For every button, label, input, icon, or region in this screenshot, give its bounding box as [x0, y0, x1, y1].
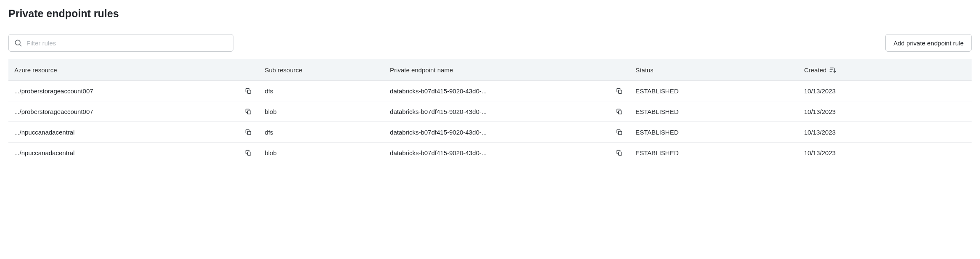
filter-input[interactable]: [26, 40, 228, 47]
svg-rect-6: [618, 90, 622, 93]
table-row: .../proberstorageaccount007 dfs databric…: [8, 81, 972, 101]
copy-pe-name-button[interactable]: [614, 107, 624, 116]
col-header-azure-resource[interactable]: Azure resource: [8, 59, 259, 81]
azure-resource-cell: .../npuccanadacentral: [14, 149, 240, 156]
copy-icon: [616, 108, 623, 115]
copy-pe-name-button[interactable]: [614, 86, 624, 95]
azure-resource-cell: .../npuccanadacentral: [14, 129, 240, 136]
copy-icon: [245, 129, 252, 136]
copy-icon: [245, 149, 252, 156]
svg-rect-7: [247, 111, 251, 114]
rules-table: Azure resource Sub resource Private endp…: [8, 59, 972, 163]
sub-resource-cell: blob: [265, 149, 276, 156]
svg-rect-9: [247, 131, 251, 135]
col-header-sub-resource[interactable]: Sub resource: [259, 59, 384, 81]
created-cell: 10/13/2023: [804, 108, 836, 115]
col-header-created[interactable]: Created: [798, 59, 972, 81]
svg-line-1: [20, 45, 21, 46]
sub-resource-cell: blob: [265, 108, 276, 115]
add-private-endpoint-rule-button[interactable]: Add private endpoint rule: [885, 34, 972, 52]
copy-pe-name-button[interactable]: [614, 127, 624, 137]
sub-resource-cell: dfs: [265, 129, 273, 136]
svg-rect-12: [618, 152, 622, 155]
azure-resource-cell: .../proberstorageaccount007: [14, 87, 240, 95]
search-icon: [14, 39, 22, 47]
copy-azure-resource-button[interactable]: [244, 127, 253, 137]
copy-pe-name-button[interactable]: [614, 148, 624, 157]
sort-descending-icon: [829, 66, 837, 74]
copy-azure-resource-button[interactable]: [244, 86, 253, 95]
copy-azure-resource-button[interactable]: [244, 107, 253, 116]
pe-name-cell: databricks-b07df415-9020-43d0-...: [390, 87, 611, 95]
table-row: .../npuccanadacentral dfs databricks-b07…: [8, 122, 972, 143]
sub-resource-cell: dfs: [265, 87, 273, 95]
pe-name-cell: databricks-b07df415-9020-43d0-...: [390, 149, 611, 156]
copy-azure-resource-button[interactable]: [244, 148, 253, 157]
table-row: .../npuccanadacentral blob databricks-b0…: [8, 143, 972, 163]
filter-container[interactable]: [8, 34, 233, 52]
copy-icon: [616, 149, 623, 156]
pe-name-cell: databricks-b07df415-9020-43d0-...: [390, 108, 611, 115]
table-header-row: Azure resource Sub resource Private endp…: [8, 59, 972, 81]
created-cell: 10/13/2023: [804, 149, 836, 156]
page-title: Private endpoint rules: [8, 8, 972, 20]
created-cell: 10/13/2023: [804, 87, 836, 95]
copy-icon: [245, 108, 252, 115]
svg-rect-11: [247, 152, 251, 155]
toolbar: Add private endpoint rule: [8, 34, 972, 52]
col-header-created-label: Created: [804, 66, 826, 74]
pe-name-cell: databricks-b07df415-9020-43d0-...: [390, 129, 611, 136]
status-cell: ESTABLISHED: [636, 129, 678, 136]
status-cell: ESTABLISHED: [636, 87, 678, 95]
col-header-pe-name[interactable]: Private endpoint name: [384, 59, 630, 81]
svg-rect-5: [247, 90, 251, 93]
created-cell: 10/13/2023: [804, 129, 836, 136]
svg-rect-10: [618, 131, 622, 135]
copy-icon: [616, 129, 623, 136]
azure-resource-cell: .../proberstorageaccount007: [14, 108, 240, 115]
status-cell: ESTABLISHED: [636, 108, 678, 115]
col-header-status[interactable]: Status: [630, 59, 798, 81]
svg-rect-8: [618, 111, 622, 114]
copy-icon: [616, 87, 623, 95]
copy-icon: [245, 87, 252, 95]
table-row: .../proberstorageaccount007 blob databri…: [8, 101, 972, 122]
status-cell: ESTABLISHED: [636, 149, 678, 156]
